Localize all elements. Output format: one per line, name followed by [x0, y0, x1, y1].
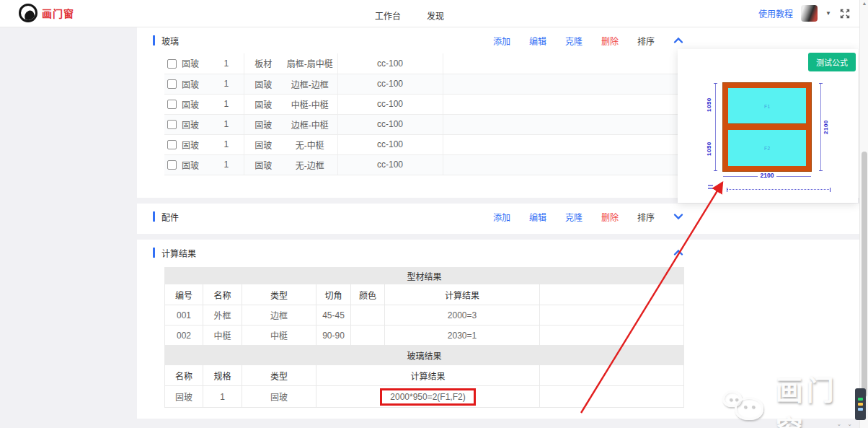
chevron-up-icon[interactable] [673, 249, 683, 256]
app-logo[interactable]: 画门窗 [19, 4, 74, 22]
row-checkbox[interactable] [167, 160, 177, 170]
row-checkbox[interactable] [167, 120, 177, 129]
scrollbar[interactable]: ▲ [859, 0, 868, 428]
glass-row-qty: 1 [209, 53, 244, 74]
results-section-title: 计算结果 [161, 247, 196, 259]
row-filler [443, 114, 678, 134]
chevron-down-icon[interactable] [673, 213, 683, 220]
glass-row-qty: 1 [209, 74, 244, 94]
glass-row-qty: 1 [209, 94, 244, 114]
section-accent-bar [153, 211, 155, 222]
glass-row-name: 固玻 [182, 94, 209, 114]
edit-button[interactable]: 编辑 [529, 211, 546, 223]
glass-row-position: 无-中梃 [283, 134, 337, 154]
add-button[interactable]: 添加 [493, 35, 510, 47]
glass-row-qty: 1 [209, 114, 244, 134]
delete-button[interactable]: 删除 [601, 35, 619, 47]
user-avatar[interactable] [801, 5, 818, 22]
profile-cut: 90-90 [316, 326, 351, 346]
col-header-color: 颜色 [351, 284, 385, 305]
test-formula-button[interactable]: 测试公式 [808, 53, 856, 71]
row-filler [443, 94, 678, 114]
table-row: 固玻 1 固玻 无-中梃 cc-100 [164, 134, 678, 154]
glass-result-spec: 1 [203, 386, 242, 408]
glass-section-title: 玻璃 [161, 35, 179, 47]
tutorial-link[interactable]: 使用教程 [758, 7, 793, 19]
row-checkbox[interactable] [167, 140, 177, 149]
glass-result-type: 固玻 [242, 386, 316, 408]
accessories-section: 配件 添加 编辑 克隆 删除 排序 [137, 204, 859, 234]
row-checkbox[interactable] [167, 79, 177, 89]
row-filler [540, 305, 684, 326]
col-header-no: 编号 [165, 284, 203, 305]
table-row: 固玻 1 固玻 中梃-中梃 cc-100 [164, 94, 678, 114]
section-accent-bar [153, 35, 155, 45]
nav-item-workbench[interactable]: 工作台 [375, 9, 401, 22]
glass-row-type: 固玻 [244, 74, 283, 94]
glass-row-position: 扇框-扇中梃 [283, 53, 337, 74]
table-row: 固玻 1 固玻 2000*950=2(F1,F2) [165, 386, 684, 408]
edit-button[interactable]: 编辑 [529, 35, 546, 47]
row-filler [540, 326, 684, 346]
col-header-type: 类型 [242, 365, 316, 386]
col-header-name: 名称 [165, 365, 203, 386]
profile-cut: 45-45 [316, 305, 351, 326]
red-highlight-box: 2000*950=2(F1,F2) [380, 388, 475, 406]
nav-item-discover[interactable]: 发现 [427, 9, 444, 22]
glass-row-formula: cc-100 [337, 154, 443, 175]
floating-widget[interactable] [855, 388, 866, 420]
dim-label-bottom-height: 1050 [706, 127, 714, 171]
clone-button[interactable]: 克隆 [565, 35, 583, 47]
col-header-name: 名称 [203, 284, 242, 305]
top-nav: 工作台 发现 [375, 9, 444, 22]
row-filler [443, 74, 678, 94]
tiny-dim-marks [708, 185, 713, 190]
glass-row-position: 边框-边框 [283, 74, 337, 94]
glass-row-name: 固玻 [182, 74, 209, 94]
row-checkbox[interactable] [167, 59, 177, 69]
row-checkbox[interactable] [167, 100, 177, 109]
dim-label-total-height: 2100 [823, 83, 831, 171]
glass-row-formula: cc-100 [337, 74, 443, 94]
table-row: 002 中梃 中梃 90-90 2030=1 [165, 326, 684, 346]
avatar-dropdown-caret-icon[interactable]: ▼ [825, 10, 831, 17]
row-filler [540, 386, 684, 408]
chevron-up-icon[interactable] [673, 37, 683, 44]
profile-color [351, 305, 385, 326]
formula-test-popup: 测试公式 F1 F2 1050 1050 2100 2100 [678, 49, 858, 203]
sort-button[interactable]: 排序 [637, 35, 655, 47]
delete-button[interactable]: 删除 [601, 211, 619, 223]
table-row: 固玻 1 固玻 边框-中梃 cc-100 [164, 114, 678, 134]
col-header-cut-angle: 切角 [316, 284, 351, 305]
section-accent-bar [153, 248, 155, 258]
dim-label-top-height: 1050 [706, 83, 714, 127]
topbar: 画门窗 工作台 发现 使用教程 ▼ [0, 0, 868, 27]
glass-row-position: 中梃-中梃 [283, 94, 337, 114]
scrollbar-thumb[interactable] [862, 152, 867, 397]
glass-results-group-title: 玻璃结果 [165, 346, 684, 365]
col-header-empty [540, 284, 684, 305]
glass-row-name: 固玻 [182, 154, 209, 175]
profile-results-group-title: 型材结果 [165, 268, 684, 284]
glass-row-type: 固玻 [244, 134, 283, 154]
sort-button[interactable]: 排序 [637, 211, 655, 223]
panel-label-f1: F1 [764, 104, 770, 109]
row-filler [443, 134, 678, 154]
accessories-section-actions: 添加 编辑 克隆 删除 排序 [493, 211, 683, 223]
profile-no: 001 [165, 305, 203, 326]
table-row: 固玻 1 板材 扇框-扇中梃 cc-100 [164, 53, 678, 74]
widget-dot [858, 403, 863, 406]
profile-no: 002 [165, 326, 203, 346]
clone-button[interactable]: 克隆 [565, 211, 583, 223]
watermark-text: 画门窗 [776, 368, 868, 428]
panel-label-f2: F2 [764, 146, 770, 151]
col-header-spec: 规格 [203, 365, 242, 386]
widget-dot [858, 408, 863, 411]
logo-icon [19, 4, 37, 22]
add-button[interactable]: 添加 [493, 211, 510, 223]
scrollbar-up-arrow-icon[interactable]: ▲ [860, 1, 868, 6]
fullscreen-icon[interactable] [839, 8, 851, 19]
widget-dot [858, 398, 863, 401]
col-header-result: 计算结果 [385, 284, 540, 305]
profile-result: 2030=1 [385, 326, 540, 346]
